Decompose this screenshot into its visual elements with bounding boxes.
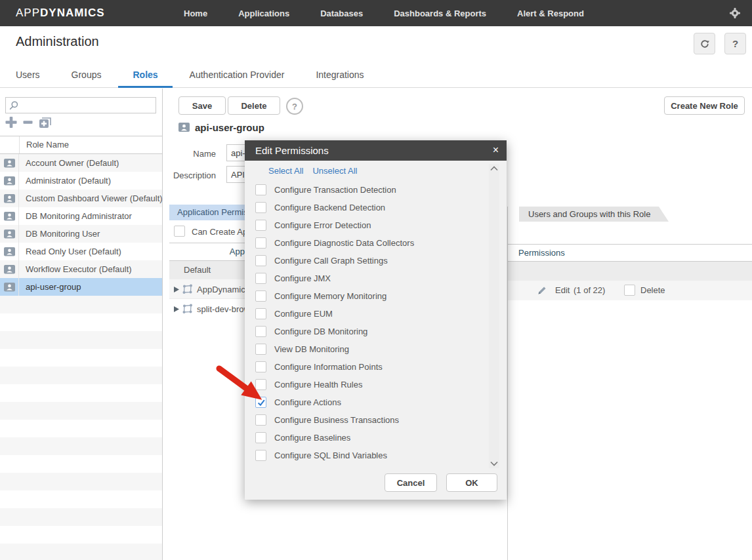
- role-row-label: Custom Dashboard Viewer (Default): [19, 193, 162, 203]
- tree-item-appdynamics[interactable]: AppDynamics: [169, 279, 245, 299]
- role-list-filler: [0, 296, 162, 560]
- permission-label: Configure Call Graph Settings: [274, 256, 388, 266]
- unselect-all-link[interactable]: Unselect All: [312, 166, 357, 176]
- role-row[interactable]: DB Monitoring User: [0, 225, 162, 243]
- role-person-icon: [0, 207, 19, 225]
- permission-label: Configure Error Detection: [274, 220, 371, 230]
- permission-checkbox[interactable]: [255, 414, 266, 426]
- tab-groups[interactable]: Groups: [72, 70, 102, 80]
- nav-dashboards-reports[interactable]: Dashboards & Reports: [394, 9, 486, 18]
- permission-checkbox[interactable]: [255, 326, 266, 337]
- tab-integrations[interactable]: Integrations: [316, 70, 364, 80]
- edit-pencil-icon[interactable]: [537, 285, 547, 296]
- role-person-icon: [0, 260, 19, 278]
- role-row[interactable]: Administrator (Default): [0, 172, 162, 190]
- tab-authentication-provider[interactable]: Authentication Provider: [190, 70, 285, 80]
- expand-triangle-icon[interactable]: [174, 306, 179, 312]
- application-topology-icon: [182, 284, 193, 294]
- delete-permission-checkbox[interactable]: [624, 285, 635, 296]
- role-search-input[interactable]: [22, 98, 156, 114]
- select-all-link[interactable]: Select All: [268, 166, 303, 176]
- permission-checkbox[interactable]: [255, 379, 266, 390]
- permission-checkbox[interactable]: [255, 450, 266, 461]
- role-table: Role Name Account Owner (Default)Adminis…: [0, 136, 162, 560]
- applications-column-header: App: [169, 243, 245, 261]
- permission-row: Configure Baselines: [245, 429, 488, 447]
- empty-row: [0, 508, 162, 526]
- role-search: [5, 97, 156, 113]
- edit-link[interactable]: Edit: [555, 285, 570, 295]
- tab-roles[interactable]: Roles: [133, 70, 157, 80]
- copy-role-icon[interactable]: [39, 116, 52, 129]
- permission-checkbox[interactable]: [255, 397, 266, 408]
- empty-row: [0, 437, 162, 455]
- role-row[interactable]: Custom Dashboard Viewer (Default): [0, 190, 162, 207]
- permission-row: Configure Business Transactions: [245, 411, 488, 429]
- permission-label: Configure Memory Monitoring: [274, 291, 386, 301]
- help-button[interactable]: ?: [724, 33, 746, 54]
- empty-row: [0, 296, 162, 313]
- permission-label: Configure Business Transactions: [274, 415, 399, 425]
- can-create-applications-checkbox[interactable]: [174, 226, 185, 237]
- create-new-role-button[interactable]: Create New Role: [664, 96, 745, 115]
- expand-triangle-icon[interactable]: [174, 287, 179, 292]
- permission-row: Configure Backend Detection: [245, 199, 488, 216]
- refresh-button[interactable]: [694, 33, 715, 54]
- tree-item-split-dev[interactable]: split-dev-brow: [169, 299, 245, 319]
- role-row-label: Read Only User (Default): [19, 247, 162, 256]
- empty-row: [0, 384, 162, 402]
- permission-label: Configure Backend Detection: [274, 203, 385, 212]
- empty-row: [0, 367, 162, 384]
- permission-checkbox[interactable]: [255, 273, 266, 284]
- permission-checkbox[interactable]: [255, 202, 266, 213]
- role-help-icon[interactable]: ?: [286, 98, 303, 115]
- modal-header[interactable]: Edit Permissions ×: [245, 140, 507, 161]
- tab-application-permissions[interactable]: Application Permis: [169, 205, 245, 220]
- ok-button[interactable]: OK: [446, 473, 497, 492]
- nav-databases[interactable]: Databases: [320, 9, 363, 18]
- nav-alert-respond[interactable]: Alert & Respond: [517, 9, 584, 18]
- empty-row: [0, 313, 162, 331]
- add-role-icon[interactable]: [5, 117, 17, 128]
- modal-scrollbar[interactable]: [489, 164, 499, 468]
- role-row[interactable]: api-user-group: [0, 278, 162, 296]
- empty-row: [0, 402, 162, 420]
- settings-gear-icon[interactable]: [728, 7, 742, 20]
- delete-button[interactable]: Delete: [228, 96, 280, 115]
- tab-users-and-groups[interactable]: Users and Groups with this Role: [519, 207, 669, 222]
- permission-checkbox[interactable]: [255, 184, 266, 195]
- nav-home[interactable]: Home: [184, 9, 207, 18]
- tree-item-label: split-dev-brow: [197, 304, 245, 314]
- permission-checkbox[interactable]: [255, 344, 266, 355]
- permission-checkbox[interactable]: [255, 255, 266, 266]
- save-button[interactable]: Save: [178, 96, 226, 115]
- top-navbar: APPDYNAMICS Home Applications Databases …: [0, 0, 752, 26]
- role-row[interactable]: Workflow Executor (Default): [0, 260, 162, 278]
- empty-row: [0, 490, 162, 508]
- scroll-up-icon[interactable]: [490, 165, 499, 172]
- permission-checkbox[interactable]: [255, 361, 266, 372]
- navbar-menu: Home Applications Databases Dashboards &…: [184, 0, 584, 26]
- close-icon[interactable]: ×: [493, 140, 499, 159]
- permission-label: Configure Information Points: [274, 362, 383, 372]
- permission-checkbox[interactable]: [255, 220, 266, 231]
- permission-checkbox[interactable]: [255, 237, 266, 249]
- permission-checkbox[interactable]: [255, 432, 266, 443]
- scroll-down-icon[interactable]: [490, 460, 499, 467]
- role-row[interactable]: DB Monitoring Administrator: [0, 207, 162, 225]
- appdynamics-logo[interactable]: APPDYNAMICS: [16, 0, 105, 26]
- cancel-button[interactable]: Cancel: [385, 473, 437, 492]
- role-row[interactable]: Read Only User (Default): [0, 243, 162, 260]
- remove-role-icon[interactable]: [23, 117, 33, 128]
- permission-label: View DB Monitoring: [274, 344, 349, 354]
- permission-checkbox[interactable]: [255, 308, 266, 319]
- tab-users[interactable]: Users: [16, 70, 40, 80]
- permission-row: Configure SQL Bind Variables: [245, 447, 488, 464]
- role-detail-title: api-user-group: [178, 122, 264, 133]
- role-row[interactable]: Account Owner (Default): [0, 154, 162, 172]
- tree-item-label: AppDynamics: [197, 285, 245, 294]
- nav-applications[interactable]: Applications: [238, 9, 289, 18]
- select-links: Select All Unselect All: [268, 166, 357, 176]
- permission-checkbox[interactable]: [255, 290, 266, 302]
- permission-row: Configure Transaction Detection: [245, 181, 488, 199]
